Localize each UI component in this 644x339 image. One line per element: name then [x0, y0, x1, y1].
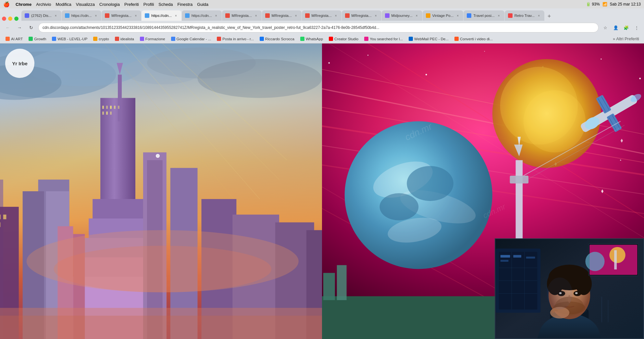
menubar-guida[interactable]: Guida — [197, 2, 208, 7]
video-overlay — [495, 238, 644, 339]
minimize-button[interactable] — [8, 17, 12, 21]
bookmark-ai-art[interactable]: AI ART — [3, 35, 25, 43]
bookmark-favicon-crypto — [93, 37, 97, 41]
bookmark-webmail[interactable]: WebMail PEC - De... — [406, 35, 451, 43]
svg-marker-19 — [118, 75, 122, 121]
tab-close-mr7[interactable]: × — [294, 13, 298, 18]
menubar-chrome[interactable]: Chrome — [16, 2, 31, 7]
new-tab-button[interactable]: + — [545, 12, 554, 21]
back-button[interactable]: ← — [3, 23, 12, 32]
tab-close-mr9[interactable]: × — [374, 13, 378, 18]
menubar-archivio[interactable]: Archivio — [36, 2, 51, 7]
tab-cdn-active[interactable]: https://cdn... × — [142, 10, 181, 21]
tab-close-discord[interactable]: × — [54, 13, 58, 18]
tab-mr8[interactable]: MRregista... × — [302, 10, 341, 21]
left-image-nyc: Yr Irbe — [0, 44, 322, 339]
tab-midjourney[interactable]: Midjourney... × — [382, 10, 422, 21]
svg-rect-136 — [513, 255, 521, 257]
tab-mr9[interactable]: MRregista... × — [342, 10, 381, 21]
bookmark-favicon-idealista — [115, 37, 119, 41]
bookmark-label-searched: You searched for l... — [370, 37, 403, 41]
tab-close-mr6[interactable]: × — [254, 13, 258, 18]
svg-rect-23 — [110, 106, 112, 109]
tab-close-mr3[interactable]: × — [133, 13, 138, 18]
tab-title-mr6: MRregista... — [232, 14, 252, 18]
bookmark-favicon-wa — [300, 37, 304, 41]
bookmark-favicon-growth — [29, 37, 33, 41]
tab-close-vintage[interactable]: × — [455, 13, 460, 18]
overlay-label: Yr Irbe — [5, 49, 34, 78]
svg-rect-56 — [0, 316, 322, 339]
svg-rect-137 — [526, 257, 535, 258]
menubar-scheda[interactable]: Scheda — [158, 2, 173, 7]
tab-title-mr8: MRregista... — [312, 14, 332, 18]
tab-title-cdn2: https://cdn... — [71, 14, 92, 18]
svg-rect-159 — [608, 300, 608, 322]
address-bar[interactable]: cdn.discordapp.com/attachments/101351233… — [38, 23, 599, 32]
menubar-finestra[interactable]: Finestra — [177, 2, 192, 7]
bookmark-more[interactable]: » Altri Preferiti — [611, 35, 641, 43]
tab-title-discord: (2762) Dis... — [31, 14, 52, 18]
tab-mr6[interactable]: MRregista... × — [222, 10, 262, 21]
svg-point-88 — [407, 166, 453, 201]
tab-title-travel: Travel posi... — [473, 14, 494, 18]
tab-close-cdn2[interactable]: × — [93, 13, 98, 18]
extensions-icon[interactable]: 🧩 — [622, 23, 630, 32]
svg-point-152 — [547, 277, 573, 309]
tab-close-active[interactable]: × — [174, 13, 178, 18]
bookmark-formazione[interactable]: Formazione — [138, 35, 167, 43]
menubar-visualizza[interactable]: Visualizza — [76, 2, 95, 7]
tab-cdn2[interactable]: https://cdn... × — [62, 10, 102, 21]
tab-close-mr8[interactable]: × — [334, 13, 338, 18]
tab-close-midjourney[interactable]: × — [415, 13, 419, 18]
svg-point-54 — [54, 246, 272, 293]
bookmark-web-levelup[interactable]: WEB - LEVEL-UP — [50, 35, 90, 43]
bookmark-label-web: WEB - LEVEL-UP — [57, 37, 87, 41]
tab-title-mr9: MRregista... — [352, 14, 372, 18]
svg-point-155 — [609, 247, 625, 263]
menubar-cronologia[interactable]: Cronologia — [99, 2, 120, 7]
bookmark-idealista[interactable]: idealista — [113, 35, 136, 43]
apple-menu[interactable]: 🍎 — [3, 1, 10, 7]
bookmark-you-searched[interactable]: You searched for l... — [362, 35, 405, 43]
tab-travel[interactable]: Travel posi... × — [464, 10, 504, 21]
tab-close-retro[interactable]: × — [537, 13, 541, 18]
maximize-button[interactable] — [14, 17, 19, 21]
menubar-preferiti[interactable]: Preferiti — [124, 2, 139, 7]
bookmark-google-cal[interactable]: Google Calendar - ... — [169, 35, 214, 43]
tab-close-cdn5[interactable]: × — [214, 13, 218, 18]
menu-icon[interactable]: ⋮ — [632, 23, 641, 32]
bookmark-icon[interactable]: ☆ — [601, 23, 610, 32]
tab-mr7[interactable]: MRregista... × — [262, 10, 302, 21]
bookmark-riccardo[interactable]: Riccardo Scrocca — [257, 35, 297, 43]
tab-cdn5[interactable]: https://cdn... × — [182, 10, 222, 21]
bookmark-crypto[interactable]: crypto — [91, 35, 111, 43]
tab-favicon-vintage — [426, 13, 430, 18]
close-button[interactable] — [2, 17, 6, 21]
tab-close-travel[interactable]: × — [497, 13, 501, 18]
tab-discord[interactable]: (2762) Dis... × — [21, 10, 61, 21]
tab-title-mr3: MRregista... — [111, 14, 131, 18]
browser-window: (2762) Dis... × https://cdn... × MRregis… — [0, 8, 644, 339]
tab-retro[interactable]: Retro Trav... × — [505, 10, 544, 21]
tab-favicon-cdn5 — [185, 13, 190, 18]
menubar-wifi: 📶 — [602, 2, 607, 6]
bookmark-converti[interactable]: Converti i video di... — [452, 35, 495, 43]
svg-rect-50 — [0, 222, 0, 227]
menubar-modifica[interactable]: Modifica — [56, 2, 71, 7]
profile-icon[interactable]: 👤 — [612, 23, 620, 32]
bookmark-favicon-creator — [329, 37, 333, 41]
bookmark-creator-studio[interactable]: Creator Studio — [327, 35, 361, 43]
forward-button[interactable]: → — [15, 23, 24, 32]
toolbar-icons: ☆ 👤 🧩 ⋮ — [601, 23, 641, 32]
video-content — [495, 239, 643, 338]
tab-mrregista3[interactable]: MRregista... × — [102, 10, 141, 21]
reload-button[interactable]: ↻ — [27, 23, 36, 32]
menubar-profili[interactable]: Profili — [143, 2, 154, 7]
bookmark-whatsapp[interactable]: WhatsApp — [298, 35, 325, 43]
bookmark-growth[interactable]: Growth — [26, 35, 48, 43]
bookmark-posta[interactable]: Posta in arrivo - r... — [215, 35, 256, 43]
tab-title-midjourney: Midjourney... — [391, 14, 413, 18]
tab-vintage[interactable]: Vintage Po... × — [423, 10, 464, 21]
svg-point-73 — [601, 58, 602, 60]
